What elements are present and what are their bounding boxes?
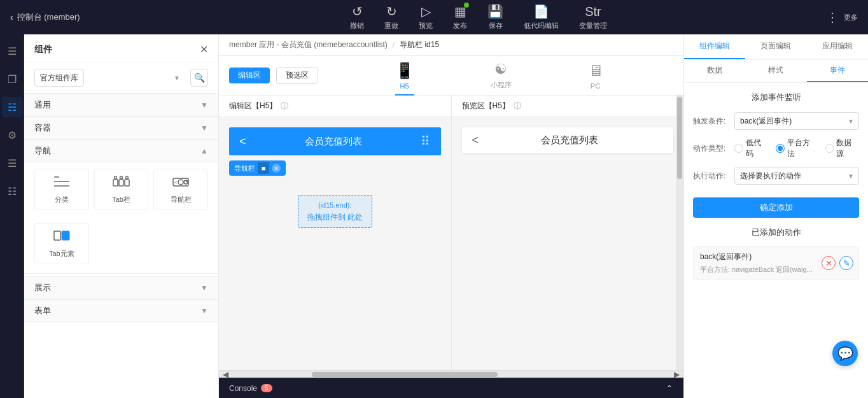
- lowcode-button[interactable]: 📄 低代码编辑: [524, 4, 559, 31]
- execute-select[interactable]: 选择要执行的动作: [734, 167, 859, 185]
- component-move-button[interactable]: ■: [258, 162, 269, 174]
- vertical-scrollbar[interactable]: [676, 96, 683, 370]
- editor-panel: 编辑区【H5】 ⓘ < 会员充值列表 ⠿ 导航栏: [219, 96, 452, 370]
- nav-bar-component[interactable]: < 会员充值列表 ⠿: [229, 127, 441, 155]
- radio-lowcode[interactable]: 低代码: [734, 138, 768, 159]
- section-daohang[interactable]: 导航 ▲: [24, 139, 218, 162]
- preview-placeholder-icon: ·: [660, 134, 663, 147]
- section-zhanshi[interactable]: 展示 ▼: [24, 276, 218, 299]
- svg-rect-5: [125, 180, 129, 186]
- comp-item-tabelement[interactable]: Tab元素: [34, 223, 89, 264]
- breadcrumb-sep: /: [393, 41, 395, 50]
- right-sub-tab-data[interactable]: 数据: [684, 60, 745, 82]
- vars-button[interactable]: Str 变量管理: [579, 4, 607, 31]
- publish-button[interactable]: ▦ 发布: [453, 4, 467, 31]
- device-bar: 📱 H5 ☯ 小程序 🖥 PC: [325, 61, 673, 90]
- library-select-wrapper: 官方组件库 ▼: [34, 69, 185, 87]
- right-tab-page-edit[interactable]: 页面编辑: [745, 34, 806, 59]
- section-rongqi[interactable]: 容器 ▼: [24, 117, 218, 139]
- icon-bar-components[interactable]: ❐: [2, 69, 22, 89]
- device-tab-h5[interactable]: 📱 H5: [395, 62, 414, 90]
- nav-right-icon: ⠿: [421, 134, 430, 149]
- execute-action-row: 执行动作: 选择要执行的动作 ▼: [693, 167, 859, 185]
- device-tab-pc[interactable]: 🖥 PC: [588, 62, 603, 90]
- preview-nav-bar: < 会员充值列表 ·: [462, 127, 674, 153]
- action-type-radio-group: 低代码 平台方法 数据源: [734, 138, 859, 159]
- component-scroll: 通用 ▼ 容器 ▼ 导航 ▲: [24, 94, 218, 398]
- more-icon[interactable]: ⋮: [826, 10, 839, 25]
- save-button[interactable]: 💾 保存: [487, 4, 503, 31]
- svg-rect-15: [62, 231, 69, 240]
- horizontal-scrollbar[interactable]: ◀ ▶: [219, 370, 683, 378]
- breadcrumb-app[interactable]: member 应用 - 会员充值 (memeberaccountlist): [229, 39, 388, 50]
- section-tongyong[interactable]: 通用 ▼: [24, 94, 218, 117]
- nav-back-arrow-icon[interactable]: <: [239, 135, 246, 148]
- radio-platform[interactable]: 平台方法: [776, 138, 817, 159]
- icon-bar-data[interactable]: ☰: [2, 153, 22, 173]
- back-icon[interactable]: ‹: [10, 12, 13, 22]
- radio-lowcode-label: 低代码: [746, 138, 769, 159]
- device-tab-miniapp[interactable]: ☯ 小程序: [491, 61, 512, 90]
- section-zhanshi-label: 展示: [34, 282, 51, 294]
- comp-item-daohanglan[interactable]: < 导航栏: [153, 169, 208, 210]
- preview-button[interactable]: ▷ 预览: [419, 4, 433, 31]
- preview-panel-content: < 会员充值列表 ·: [452, 117, 684, 370]
- canvas-panels: 编辑区【H5】 ⓘ < 会员充值列表 ⠿ 导航栏: [219, 96, 683, 370]
- chat-icon: 💬: [837, 346, 853, 361]
- icon-bar-pages[interactable]: ☵: [2, 97, 22, 117]
- preview-panel-label: 预览区【H5】 ⓘ: [452, 96, 684, 117]
- undo-button[interactable]: ↺ 撤销: [350, 4, 364, 31]
- redo-button[interactable]: ↻ 重做: [384, 4, 398, 31]
- h5-device-icon: 📱: [395, 62, 414, 80]
- radio-platform-dot: [778, 146, 783, 151]
- vars-icon: Str: [585, 4, 601, 19]
- right-panel-tabs: 组件编辑 页面编辑 应用编辑: [684, 34, 868, 60]
- divider-after-nav: [24, 273, 218, 274]
- main-layout: ☰ ❐ ☵ ⚙ ☰ ☷ 组件 ✕ 官方组件库 ▼ 🔍 通用 ▼ 容器: [0, 34, 868, 398]
- console-badge: 5: [261, 384, 272, 392]
- library-select[interactable]: 官方组件库: [34, 69, 84, 87]
- component-tag-close-button[interactable]: ✕: [272, 164, 281, 173]
- added-item-delete-button[interactable]: ✕: [822, 256, 836, 270]
- trigger-select[interactable]: back(返回事件): [734, 112, 859, 130]
- daohanglan-label: 导航栏: [171, 195, 192, 204]
- action-type-label: 动作类型:: [693, 143, 734, 154]
- nav-sub-component-grid: Tab元素: [24, 217, 218, 271]
- edit-area-button[interactable]: 编辑区: [229, 68, 270, 83]
- console-expand-icon[interactable]: ⌃: [666, 383, 673, 394]
- right-tab-app-edit[interactable]: 应用编辑: [807, 34, 868, 59]
- panel-close-button[interactable]: ✕: [200, 43, 208, 55]
- editor-info-icon[interactable]: ⓘ: [281, 101, 288, 111]
- icon-bar-settings[interactable]: ☷: [2, 181, 22, 201]
- fenlei-label: 分类: [55, 195, 69, 204]
- scroll-right-button[interactable]: ▶: [670, 370, 683, 379]
- editor-label-text: 编辑区【H5】: [229, 101, 277, 111]
- right-sub-tab-event[interactable]: 事件: [807, 60, 868, 82]
- preview-info-icon[interactable]: ⓘ: [514, 101, 521, 111]
- radio-platform-label: 平台方法: [787, 138, 817, 159]
- section-biaodaan[interactable]: 表单 ▼: [24, 299, 218, 322]
- icon-bar-layers[interactable]: ☰: [2, 41, 22, 61]
- right-tab-component-edit[interactable]: 组件编辑: [684, 34, 745, 59]
- right-sub-tab-style[interactable]: 样式: [745, 60, 806, 82]
- preview-nav-title: 会员充值列表: [541, 134, 598, 146]
- chat-button[interactable]: 💬: [832, 341, 858, 366]
- preview-label: 预览: [419, 21, 433, 31]
- editor-panel-label: 编辑区【H5】 ⓘ: [219, 96, 451, 117]
- comp-item-fenlei[interactable]: 分类: [34, 169, 89, 210]
- radio-datasource[interactable]: 数据源: [825, 138, 859, 159]
- publish-label: 发布: [453, 21, 467, 31]
- drop-hint: (id15.end): 拖拽组件到 此处: [298, 195, 372, 228]
- confirm-add-button[interactable]: 确定添加: [693, 197, 859, 218]
- icon-bar-assets[interactable]: ⚙: [2, 125, 22, 145]
- scroll-left-button[interactable]: ◀: [219, 370, 232, 379]
- icon-bar: ☰ ❐ ☵ ⚙ ☰ ☷: [0, 34, 24, 398]
- svg-text:<: <: [174, 180, 178, 185]
- added-item-edit-button[interactable]: ✎: [839, 256, 853, 270]
- component-search-button[interactable]: 🔍: [190, 69, 208, 87]
- preview-area-button[interactable]: 预选区: [276, 67, 318, 84]
- svg-point-8: [126, 176, 129, 179]
- top-bar-center: ↺ 撤销 ↻ 重做 ▷ 预览 ▦ 发布 💾 保存 📄 低代码编辑 Str: [137, 4, 820, 31]
- console-bar[interactable]: Console 5 ⌃: [219, 378, 683, 398]
- comp-item-tablan[interactable]: Tab栏: [94, 169, 149, 210]
